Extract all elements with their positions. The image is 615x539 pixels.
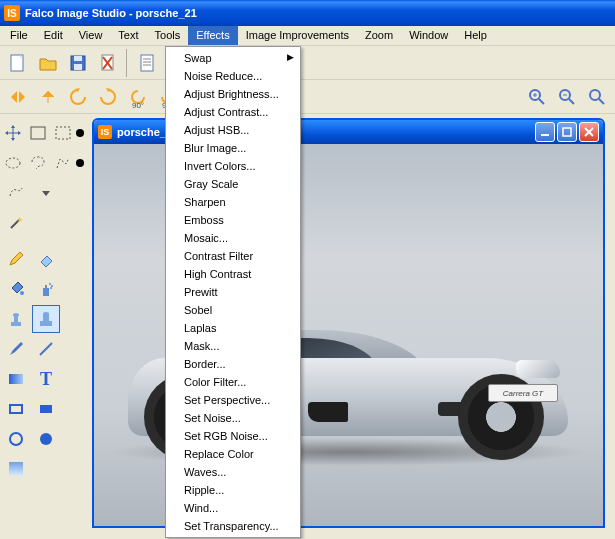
rotate-cw-button[interactable] <box>94 83 122 111</box>
flip-v-button[interactable] <box>34 83 62 111</box>
polyline-select-tool[interactable] <box>51 149 74 177</box>
effects-item-replace-color[interactable]: Replace Color <box>166 445 300 463</box>
rotate-cw-icon <box>98 87 118 107</box>
brush-tool[interactable] <box>2 335 30 363</box>
effects-item-sobel[interactable]: Sobel <box>166 301 300 319</box>
zoom-out-button[interactable] <box>553 83 581 111</box>
effects-item-set-perspective[interactable]: Set Perspective... <box>166 391 300 409</box>
text-tool[interactable]: T <box>32 365 60 393</box>
open-file-button[interactable] <box>34 49 62 77</box>
rectangle-tool[interactable] <box>2 395 30 423</box>
bucket-tool[interactable] <box>2 275 30 303</box>
effects-item-adjust-contrast[interactable]: Adjust Contrast... <box>166 103 300 121</box>
rotate-ccw-icon <box>68 87 88 107</box>
effects-item-set-rgb-noise[interactable]: Set RGB Noise... <box>166 427 300 445</box>
effects-item-gray-scale[interactable]: Gray Scale <box>166 175 300 193</box>
lasso-icon <box>29 154 47 172</box>
effects-item-ripple[interactable]: Ripple... <box>166 481 300 499</box>
effects-item-blur-image[interactable]: Blur Image... <box>166 139 300 157</box>
marquee-dashed-tool[interactable] <box>51 119 74 147</box>
menu-view[interactable]: View <box>71 26 111 45</box>
rotate-90-ccw-button[interactable]: 90° <box>124 83 152 111</box>
menu-text[interactable]: Text <box>110 26 146 45</box>
pencil-tool[interactable] <box>2 245 30 273</box>
polyline-select-icon <box>54 154 72 172</box>
clone-tool[interactable] <box>32 305 60 333</box>
freehand-select-icon <box>7 184 25 202</box>
effects-item-border[interactable]: Border... <box>166 355 300 373</box>
zoom-fit-button[interactable] <box>583 83 611 111</box>
effects-item-laplas[interactable]: Laplas <box>166 319 300 337</box>
stamp-icon <box>7 310 25 328</box>
menu-zoom[interactable]: Zoom <box>357 26 401 45</box>
move-tool[interactable] <box>2 119 25 147</box>
freehand-select-tool[interactable] <box>2 179 30 207</box>
rectangle-icon <box>7 400 25 418</box>
new-file-button[interactable] <box>4 49 32 77</box>
line-tool[interactable] <box>32 335 60 363</box>
toolbar-row-1 <box>0 46 615 80</box>
effects-item-mosaic[interactable]: Mosaic... <box>166 229 300 247</box>
move-icon <box>4 124 22 142</box>
zoom-in-button[interactable] <box>523 83 551 111</box>
svg-line-26 <box>11 219 20 228</box>
menu-help[interactable]: Help <box>456 26 495 45</box>
effects-item-swap[interactable]: Swap▶ <box>166 49 300 67</box>
effects-item-invert-colors[interactable]: Invert Colors... <box>166 157 300 175</box>
marquee-rect-tool[interactable] <box>27 119 50 147</box>
effects-item-waves[interactable]: Waves... <box>166 463 300 481</box>
effects-item-adjust-brightness[interactable]: Adjust Brightness... <box>166 85 300 103</box>
maximize-button[interactable] <box>557 122 577 142</box>
menu-file[interactable]: File <box>2 26 36 45</box>
effects-item-sharpen[interactable]: Sharpen <box>166 193 300 211</box>
effects-item-adjust-hsb[interactable]: Adjust HSB... <box>166 121 300 139</box>
effects-item-wind[interactable]: Wind... <box>166 499 300 517</box>
lasso-tool[interactable] <box>27 149 50 177</box>
stamp-tool[interactable] <box>2 305 30 333</box>
circle-tool[interactable] <box>2 425 30 453</box>
menu-image-improvements[interactable]: Image Improvements <box>238 26 357 45</box>
circle-icon <box>7 430 25 448</box>
effects-item-contrast-filter[interactable]: Contrast Filter <box>166 247 300 265</box>
effects-item-prewitt[interactable]: Prewitt <box>166 283 300 301</box>
effects-item-emboss[interactable]: Emboss <box>166 211 300 229</box>
effects-item-noise-reduce[interactable]: Noise Reduce... <box>166 67 300 85</box>
eraser-tool[interactable] <box>32 245 60 273</box>
effects-item-color-filter[interactable]: Color Filter... <box>166 373 300 391</box>
svg-point-31 <box>51 285 53 287</box>
zoom-in-icon <box>527 87 547 107</box>
menu-tools[interactable]: Tools <box>147 26 189 45</box>
spray-tool[interactable] <box>32 275 60 303</box>
flip-h-button[interactable] <box>4 83 32 111</box>
svg-rect-24 <box>56 127 70 139</box>
ellipse-select-tool[interactable] <box>2 149 25 177</box>
menu-effects[interactable]: Effects <box>188 26 237 45</box>
menu-edit[interactable]: Edit <box>36 26 71 45</box>
svg-rect-3 <box>74 64 82 70</box>
filled-circle-tool[interactable] <box>32 425 60 453</box>
gradient-swatch-tool[interactable] <box>2 455 30 483</box>
properties-button[interactable] <box>134 49 162 77</box>
select-options-tool[interactable] <box>32 179 60 207</box>
effects-item-high-contrast[interactable]: High Contrast <box>166 265 300 283</box>
zoom-out-icon <box>557 87 577 107</box>
main-titlebar: IS Falco Image Studio - porsche_21 <box>0 0 615 26</box>
effects-item-mask[interactable]: Mask... <box>166 337 300 355</box>
filled-rect-tool[interactable] <box>32 395 60 423</box>
effects-item-set-noise[interactable]: Set Noise... <box>166 409 300 427</box>
close-button[interactable] <box>579 122 599 142</box>
magic-wand-tool[interactable] <box>2 209 30 237</box>
rotate-ccw-button[interactable] <box>64 83 92 111</box>
save-file-button[interactable] <box>64 49 92 77</box>
svg-point-25 <box>6 158 20 168</box>
clone-icon <box>37 310 55 328</box>
minimize-button[interactable] <box>535 122 555 142</box>
submenu-arrow-icon: ▶ <box>287 52 294 62</box>
effects-item-set-transparency[interactable]: Set Transparency... <box>166 517 300 535</box>
effects-dropdown: Swap▶ Noise Reduce... Adjust Brightness.… <box>165 46 301 538</box>
menu-window[interactable]: Window <box>401 26 456 45</box>
gradient-rect-tool[interactable] <box>2 365 30 393</box>
delete-page-button[interactable] <box>94 49 122 77</box>
color-dot-2[interactable] <box>76 159 84 167</box>
color-dot-1[interactable] <box>76 129 84 137</box>
